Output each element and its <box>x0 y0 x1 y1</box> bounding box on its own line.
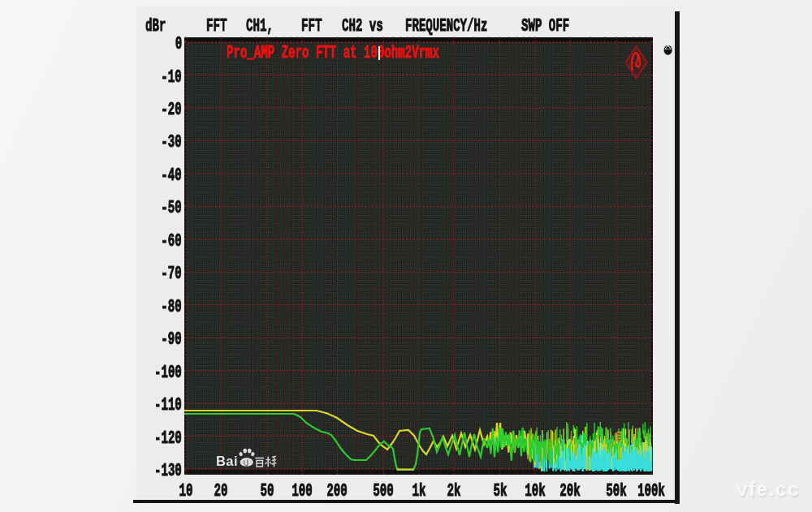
svg-text:Bai: Bai <box>216 454 238 468</box>
svg-text:oc: oc <box>613 431 624 442</box>
